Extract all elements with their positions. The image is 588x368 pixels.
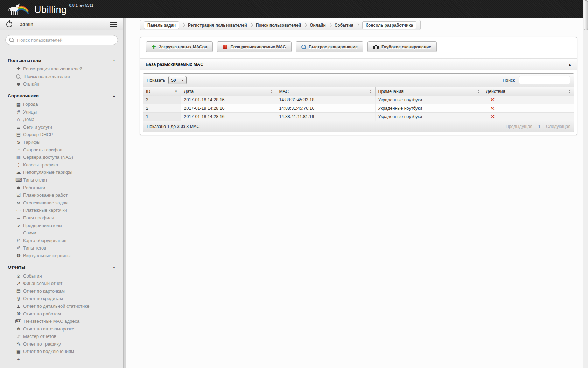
sidebar-item[interactable]: ❄Отчет по автозаморозке <box>0 325 123 333</box>
scrollbar-thumb[interactable] <box>584 0 588 30</box>
sidebar-item[interactable]: ☻Онлайн <box>0 80 123 88</box>
sidebar: admin Пользователи▲✚Регистрация пользова… <box>0 18 123 368</box>
sidebar-item[interactable]: ≡Поля профиля <box>0 214 123 222</box>
sidebar-item[interactable]: NAНеизвестные MAC адреса <box>0 318 123 325</box>
collapse-up-icon[interactable]: ▲ <box>568 63 572 66</box>
user-search-input[interactable] <box>5 35 118 45</box>
row-id: 1 <box>143 113 181 121</box>
sidebar-section-header[interactable]: Отчеты▲ <box>0 261 123 272</box>
sidebar-section-header[interactable]: Пользователи▲ <box>0 54 123 65</box>
sidebar-item[interactable]: ✚Регистрация пользователей <box>0 65 123 73</box>
toolbar-button[interactable]: !База разыскиваемых MAC <box>217 41 292 52</box>
sidebar-item-label: Непопулярные тарифы <box>23 170 72 175</box>
hamburger-icon[interactable] <box>110 22 117 23</box>
window-scrollbar[interactable] <box>583 0 588 368</box>
table-row[interactable]: 12017-01-18 14:28:1614:88:41:11:81:19Укр… <box>143 113 574 121</box>
panel-title: База разыскиваемых MAC <box>146 62 203 67</box>
sort-icon: ▲▼ <box>569 89 571 94</box>
user-search-icon <box>16 74 20 79</box>
sidebar-item[interactable]: ◕Предприниматели <box>0 222 123 229</box>
sidebar-item[interactable]: ☸Виртуальные сервисы <box>0 252 123 260</box>
sidebar-item[interactable]: ≣Сети и услуги <box>0 123 123 131</box>
detailed-stats-icon: Σ <box>15 304 22 308</box>
toolbar-button-label: Быстрое сканирование <box>309 45 358 49</box>
sidebar-item[interactable]: ▤Сервер DHCP <box>0 131 123 138</box>
sidebar-scrollbar[interactable] <box>123 18 126 368</box>
sidebar-item[interactable]: ▣Отчет по подключениям <box>0 348 123 355</box>
breadcrumb-item[interactable]: События <box>335 23 354 28</box>
sidebar-item[interactable]: $Тарифы <box>0 138 123 146</box>
sidebar-item[interactable]: ΣОтчет по детальной статистике <box>0 302 123 310</box>
virtual-services-icon: ☸ <box>15 253 22 258</box>
sidebar-item[interactable]: ☻Работники <box>0 184 123 191</box>
sidebar-item[interactable]: ⌨Типы оплат <box>0 176 123 184</box>
table-search: Поиск <box>503 76 570 84</box>
toolbar-button[interactable]: Быстрое сканирование <box>296 41 363 52</box>
page-number[interactable]: 1 <box>538 124 540 129</box>
prev-page-button[interactable]: Предыдущая <box>506 124 532 129</box>
power-icon[interactable] <box>6 21 12 27</box>
sidebar-item[interactable]: ☞Мастер отчетов <box>0 333 123 340</box>
row-actions: ✕ <box>483 96 574 104</box>
sidebar-item-label: Классы трафика <box>23 162 58 168</box>
sidebar-item[interactable]: ☑Планирование работ <box>0 191 123 199</box>
sidebar-item[interactable]: ▦Города <box>0 101 123 108</box>
employees-icon: ☻ <box>15 185 22 190</box>
sidebar-item-label: Сети и услуги <box>23 124 52 130</box>
sidebar-item[interactable]: ⚒Отчет по работам <box>0 310 123 318</box>
sidebar-item[interactable]: ✐Типы тегов <box>0 244 123 252</box>
column-header[interactable]: ID▼ <box>143 87 181 96</box>
next-page-button[interactable]: Следующая <box>546 124 570 129</box>
chevron-down-icon: ▼ <box>181 79 184 81</box>
delete-icon[interactable]: ✕ <box>490 97 495 103</box>
sidebar-item[interactable]: ⚐Карта оборудования <box>0 237 123 244</box>
column-header[interactable]: Примечания▲▼ <box>375 87 483 96</box>
sidebar-item[interactable]: ▤Отчет по карточкам <box>0 287 123 295</box>
sidebar-item[interactable]: ● <box>0 355 123 363</box>
sidebar-item[interactable]: ↗Финансовый отчет <box>0 280 123 287</box>
page-size-select[interactable]: 50▼ <box>168 76 187 84</box>
app-title: Ubilling <box>34 5 67 15</box>
chevron-separator-icon <box>328 23 332 27</box>
sidebar-item[interactable]: ▭Платежные карточки <box>0 206 123 214</box>
sidebar-item-label: Отчет по кредитам <box>23 296 63 301</box>
delete-icon[interactable]: ✕ <box>490 105 495 111</box>
collapse-arrow-icon: ▲ <box>113 59 115 62</box>
row-id: 2 <box>143 104 181 113</box>
sidebar-item[interactable]: ↹Отчет по трафику <box>0 340 123 348</box>
sidebar-section-header[interactable]: Справочники▲ <box>0 89 123 101</box>
column-header[interactable]: MAC▲▼ <box>276 87 375 96</box>
sidebar-item[interactable]: ∞Отслеживание задач <box>0 199 123 207</box>
delete-icon[interactable]: ✕ <box>490 114 495 120</box>
toolbar-button[interactable]: Глубокое сканирование <box>368 41 437 52</box>
breadcrumb-item[interactable]: Консоль разработчика <box>362 21 416 29</box>
sidebar-item[interactable]: Поиск пользователей <box>0 73 123 81</box>
sidebar-item[interactable]: ⌂Дома <box>0 116 123 123</box>
panel-header: База разыскиваемых MAC ▲ <box>140 58 577 70</box>
row-date: 2017-01-18 14:28:16 <box>181 113 276 121</box>
toolbar-button[interactable]: ✚Загрузка новых МАСов <box>146 41 213 52</box>
sidebar-item[interactable]: ⋮Классы трафика <box>0 161 123 169</box>
breadcrumb-item[interactable]: Регистрация пользователей <box>188 23 247 28</box>
sidebar-item[interactable]: ◔Скорость тарифов <box>0 146 123 154</box>
table-row[interactable]: 32017-01-18 14:28:1614:88:31:45:33:18Укр… <box>143 96 574 104</box>
sidebar-item[interactable]: ☁Непопулярные тарифы <box>0 169 123 176</box>
sidebar-item[interactable]: ⋯Свичи <box>0 229 123 237</box>
table-row[interactable]: 22017-01-18 14:28:1614:88:31:45:76:16Укр… <box>143 104 574 113</box>
main-columns: admin Пользователи▲✚Регистрация пользова… <box>0 18 583 368</box>
sidebar-item[interactable]: ▥Сервера доступа (NAS) <box>0 154 123 161</box>
sidebar-item[interactable]: §Отчет по кредитам <box>0 295 123 302</box>
tariffs-icon: $ <box>15 140 22 144</box>
sidebar-item-label: Онлайн <box>23 81 40 87</box>
table-search-input[interactable] <box>519 76 570 84</box>
sidebar-item-label: Типы оплат <box>23 177 47 183</box>
sidebar-item[interactable]: #Улицы <box>0 108 123 116</box>
column-header[interactable]: Действия▲▼ <box>483 87 574 96</box>
breadcrumb-item[interactable]: Поиск пользователей <box>256 23 301 28</box>
breadcrumb-item[interactable]: Панель задач <box>144 21 179 29</box>
breadcrumb-item[interactable]: Онлайн <box>310 23 326 28</box>
section-title: Отчеты <box>8 265 113 270</box>
sidebar-item[interactable]: ⊘События <box>0 272 123 280</box>
column-label: Дата <box>184 89 194 94</box>
column-header[interactable]: Дата▲▼ <box>181 87 276 96</box>
